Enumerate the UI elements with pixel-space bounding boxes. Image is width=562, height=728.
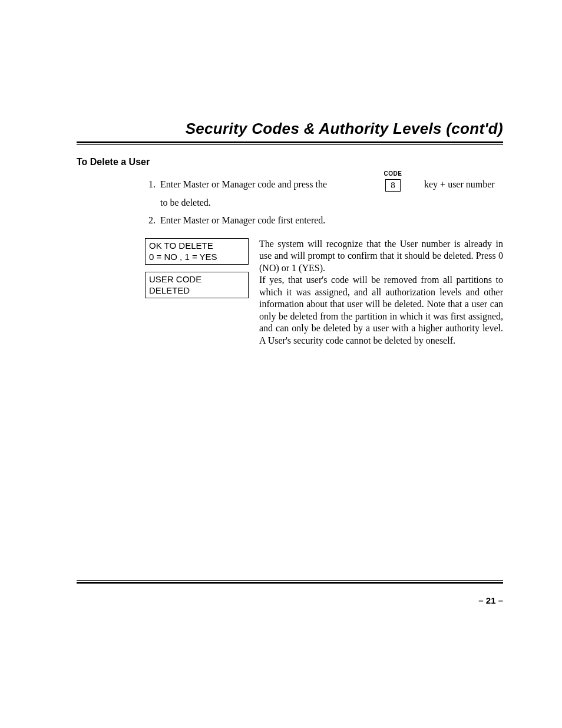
explanation-column: The system will recognize that the User … xyxy=(259,238,503,347)
title-rule-thin xyxy=(77,144,503,145)
keypad-display-user-code-deleted: USER CODE DELETED xyxy=(145,272,249,298)
steps-list: 1. Enter Master or Manager code and pres… xyxy=(145,178,503,228)
step-1-continued: to be deleted. xyxy=(160,197,503,208)
step-2: 2. Enter Master or Manager code first en… xyxy=(145,214,503,227)
footer-rule-thin xyxy=(77,580,503,581)
keypad-display-ok-to-delete: OK TO DELETE 0 = NO , 1 = YES xyxy=(145,238,249,265)
display-line: OK TO DELETE xyxy=(149,240,244,252)
step-number: 2. xyxy=(145,214,160,227)
step-text: Enter Master or Manager code and press t… xyxy=(160,178,372,191)
display-line: DELETED xyxy=(149,285,244,297)
page-content: Security Codes & Authority Levels (cont'… xyxy=(77,120,503,347)
page-title: Security Codes & Authority Levels (cont'… xyxy=(77,120,503,138)
details-row: OK TO DELETE 0 = NO , 1 = YES USER CODE … xyxy=(145,238,503,347)
title-rule-heavy xyxy=(77,141,503,143)
explanation-paragraph: The system will recognize that the User … xyxy=(259,238,503,274)
display-line: 0 = NO , 1 = YES xyxy=(149,251,244,263)
display-column: OK TO DELETE 0 = NO , 1 = YES USER CODE … xyxy=(145,238,249,347)
step-1: 1. Enter Master or Manager code and pres… xyxy=(145,178,503,192)
display-line: USER CODE xyxy=(149,274,244,285)
step-suffix: key + user number xyxy=(414,178,495,191)
footer-area: – 21 – xyxy=(77,580,503,605)
section-subheading: To Delete a User xyxy=(77,157,503,167)
step-text: Enter Master or Manager code first enter… xyxy=(160,214,325,227)
code-label: CODE xyxy=(372,170,414,178)
explanation-paragraph: If yes, that user's code will be removed… xyxy=(259,274,503,347)
page-number: – 21 – xyxy=(77,595,503,605)
step-number: 1. xyxy=(145,178,160,191)
keypad-key-8: 8 xyxy=(385,179,401,192)
keypad-key-cell: CODE 8 xyxy=(372,170,414,192)
footer-rule-heavy xyxy=(77,582,503,584)
